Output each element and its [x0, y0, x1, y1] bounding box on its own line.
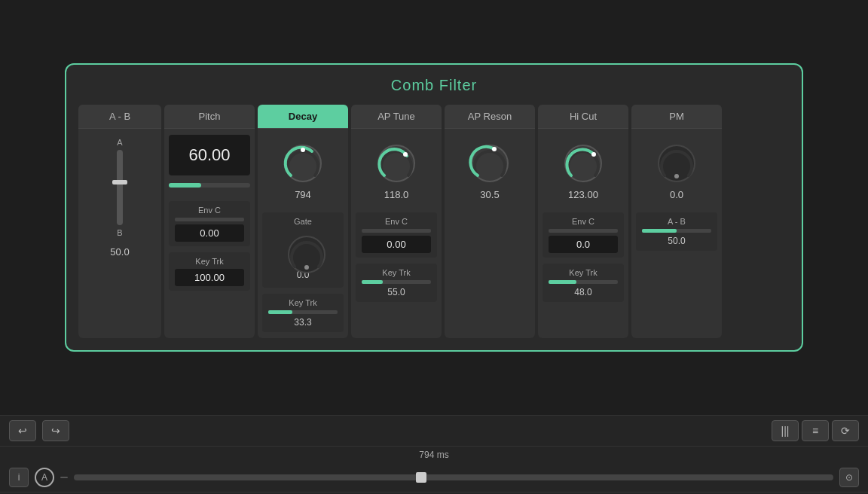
columns-row: A - B A B 50.0 Pitch: [78, 105, 790, 338]
pitch-envc-value[interactable]: 0.00: [175, 224, 244, 242]
ab-label-a: A: [117, 138, 122, 147]
pitch-envc-bar-container: [175, 218, 244, 221]
col-decay: Decay 794: [258, 105, 348, 338]
toolbar-value-display: 794 ms: [0, 447, 868, 463]
col-apreson: AP Reson 30.5: [445, 105, 535, 338]
decay-knob-value: 794: [295, 189, 311, 200]
pitch-bar-fill: [169, 183, 201, 188]
pitch-display[interactable]: 60.00: [169, 135, 250, 175]
aptune-envc-section: Env C 0.00: [356, 212, 437, 258]
col-header-ab[interactable]: A - B: [78, 105, 161, 129]
plugin-title: Comb Filter: [78, 77, 790, 94]
col-hicut: Hi Cut 123.00: [538, 105, 628, 338]
bottom-toolbar: ↩ ↪ ||| ≡ ⟳ 794 ms i A: [0, 415, 868, 494]
col-body-pitch: 60.00 Env C 0.00 Key Trk: [164, 129, 255, 338]
aptune-keytrk-section: Key Trk 55.0: [356, 264, 437, 302]
pm-ab-section: A - B 50.0: [636, 212, 717, 251]
hicut-envc-label: Env C: [549, 217, 618, 226]
pitch-keytrk-section: Key Trk 100.00: [169, 252, 250, 291]
pitch-envc-section: Env C 0.00: [169, 201, 250, 246]
col-aptune: AP Tune 118.0: [351, 105, 442, 338]
bar-view-button[interactable]: |||: [772, 420, 799, 441]
ab-slider-container[interactable]: A B: [117, 135, 123, 240]
hicut-envc-section: Env C 0.0: [542, 212, 624, 258]
spacer-line: [60, 477, 68, 478]
aptune-keytrk-value: 55.0: [362, 287, 431, 297]
apreson-knob[interactable]: [467, 141, 512, 186]
col-header-pm[interactable]: PM: [631, 105, 722, 129]
ab-value: 50.0: [110, 246, 129, 258]
tune-button[interactable]: ⟳: [832, 420, 859, 441]
pm-ab-bar-container: [642, 229, 711, 233]
hicut-knob-value: 123.00: [568, 189, 598, 200]
toolbar-right-buttons: ||| ≡ ⟳: [772, 420, 859, 441]
info-button[interactable]: i: [9, 468, 29, 487]
apreson-knob-section: 30.5: [464, 135, 515, 206]
col-ab: A - B A B 50.0: [78, 105, 161, 338]
decay-keytrk-section: Key Trk 33.3: [262, 294, 344, 332]
svg-point-7: [492, 147, 497, 151]
gate-knob-section: 0.0: [268, 229, 338, 283]
decay-gate-section: Gate 0.0: [262, 212, 344, 288]
decay-keytrk-bar-container: [268, 310, 338, 314]
ab-slider-thumb: [112, 180, 127, 184]
pm-ab-value: 50.0: [642, 236, 711, 246]
redo-button[interactable]: ↪: [42, 420, 69, 441]
col-header-hicut[interactable]: Hi Cut: [538, 105, 628, 129]
undo-button[interactable]: ↩: [9, 420, 36, 441]
aptune-knob-value: 118.0: [384, 189, 409, 200]
plugin-panel: Comb Filter A - B A B 50.: [65, 63, 803, 352]
a-indicator: A: [35, 468, 54, 487]
pitch-keytrk-value[interactable]: 100.00: [175, 269, 244, 286]
col-body-apreson: 30.5: [445, 129, 535, 338]
apreson-knob-value: 30.5: [480, 189, 499, 200]
progress-track[interactable]: [74, 474, 833, 480]
col-pitch: Pitch 60.00 Env C 0.00: [164, 105, 255, 338]
pm-ab-bar-fill: [642, 229, 677, 233]
hicut-keytrk-bar-fill: [549, 280, 576, 284]
progress-thumb[interactable]: [416, 472, 426, 483]
aptune-envc-label: Env C: [362, 217, 431, 226]
col-body-decay: 794 Gate: [258, 129, 348, 338]
svg-point-9: [591, 152, 596, 157]
aptune-knob-section: 118.0: [371, 135, 422, 206]
pm-knob-section: 0.0: [651, 135, 702, 206]
list-view-button[interactable]: ≡: [802, 420, 829, 441]
col-header-apreson[interactable]: AP Reson: [445, 105, 535, 129]
col-body-ab: A B 50.0: [78, 129, 161, 338]
sync-button[interactable]: ⊙: [839, 468, 859, 487]
hicut-envc-value[interactable]: 0.0: [549, 236, 618, 253]
hicut-keytrk-bar-container: [549, 280, 618, 284]
aptune-envc-bar-container: [362, 229, 431, 233]
hicut-knob[interactable]: [561, 141, 606, 186]
pitch-envc-label: Env C: [175, 206, 244, 215]
decay-keytrk-label: Key Trk: [268, 298, 338, 307]
hicut-keytrk-section: Key Trk 48.0: [542, 264, 624, 302]
plugin-area: Comb Filter A - B A B 50.: [0, 0, 868, 415]
info-icon: i: [18, 472, 20, 483]
pitch-keytrk-label: Key Trk: [175, 257, 244, 266]
aptune-envc-value[interactable]: 0.00: [362, 236, 431, 253]
aptune-keytrk-label: Key Trk: [362, 268, 431, 277]
toolbar-top: ↩ ↪ ||| ≡ ⟳: [0, 416, 868, 447]
hicut-knob-section: 123.00: [558, 135, 609, 206]
aptune-keytrk-bar-fill: [362, 280, 383, 284]
hicut-keytrk-value: 48.0: [549, 287, 618, 297]
ab-label-b: B: [117, 228, 122, 237]
decay-knob[interactable]: [280, 141, 326, 186]
list-view-icon: ≡: [812, 425, 818, 437]
col-header-decay[interactable]: Decay: [258, 105, 348, 129]
hicut-keytrk-label: Key Trk: [549, 268, 618, 277]
pitch-bar-container[interactable]: [169, 183, 250, 188]
pm-ab-label: A - B: [642, 217, 711, 226]
ab-slider-track[interactable]: [117, 150, 123, 225]
pm-knob[interactable]: [654, 141, 699, 186]
col-header-aptune[interactable]: AP Tune: [351, 105, 442, 129]
col-header-pitch[interactable]: Pitch: [164, 105, 255, 129]
decay-keytrk-bar-fill: [268, 310, 292, 314]
aptune-knob[interactable]: [374, 141, 419, 186]
gate-knob[interactable]: [284, 232, 322, 270]
decay-keytrk-value: 33.3: [268, 317, 338, 328]
redo-icon: ↪: [51, 425, 60, 437]
decay-gate-label: Gate: [268, 217, 338, 226]
